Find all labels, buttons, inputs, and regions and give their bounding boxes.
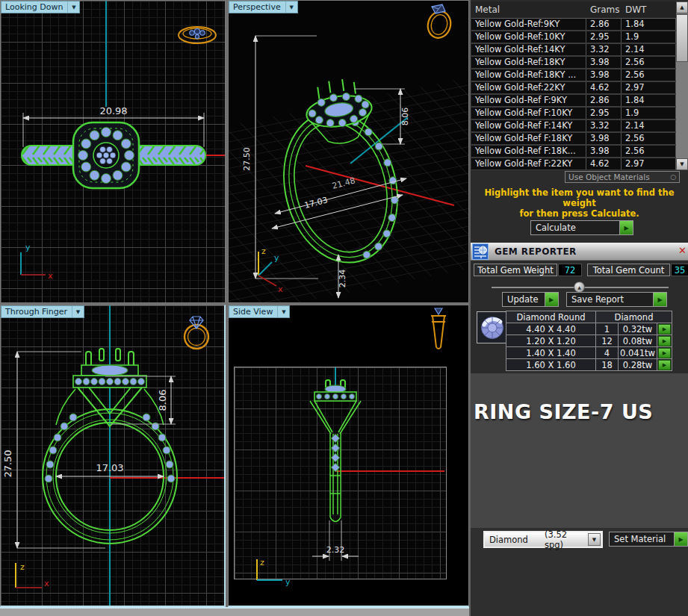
gem-row-arrow-button[interactable]: ▶ (658, 336, 671, 346)
metal-table: Metal Grams DWT Yellow Gold-Ref:9KY2.861… (471, 1, 688, 170)
viewport-tab-side-view[interactable]: Side View ▼ (229, 305, 290, 318)
table-row[interactable]: Yellow Gold-Ref:10KY2.951.9 (471, 31, 688, 44)
table-row[interactable]: Yellow Gold-Ref:9KY2.861.84 (471, 19, 688, 31)
use-object-materials-toggle[interactable]: Use Object Materials ○ (565, 171, 680, 183)
axis-y-label: y (25, 243, 31, 252)
scroll-up-button[interactable]: ▲ (676, 1, 688, 13)
gem-size: 4.40 X 4.40 (506, 323, 596, 335)
table-row[interactable]: Yellow Gold-Ref F:22KY4.622.97 (471, 158, 688, 170)
dimension-label: 2.32 (326, 545, 345, 555)
gem-row-arrow-button[interactable]: ▶ (658, 324, 671, 335)
viewport-title: Side View (233, 307, 273, 317)
ring-edge-icon (179, 27, 216, 43)
table-row[interactable]: Yellow Gold-Ref F:9KY2.861.84 (471, 95, 688, 108)
radio-icon[interactable]: ○ (670, 173, 676, 181)
chevron-down-icon[interactable]: ▼ (67, 1, 79, 13)
material-select[interactable]: Diamond (3.52 spg) ▼ (483, 531, 603, 548)
axis-z-label: z (20, 562, 25, 572)
panel-section-background (471, 373, 688, 528)
viewport-side-view[interactable]: 2.32 z y Side View ▼ (228, 305, 469, 607)
run-arrow-icon: ▶ (653, 293, 666, 306)
total-gem-count-value: 35 (671, 264, 688, 276)
gem-size: 1.20 X 1.20 (506, 335, 596, 347)
weight-calculator-panel: Metal Grams DWT Yellow Gold-Ref:9KY2.861… (469, 0, 688, 616)
viewport-tab-perspective[interactable]: Perspective ▼ (229, 1, 298, 13)
panel-slider-knob[interactable]: ▲ (574, 281, 585, 293)
axis-z-label: z (260, 558, 264, 567)
ring-profile (310, 380, 361, 522)
dimension-label: 20.98 (99, 105, 127, 116)
table-row[interactable]: Yellow Gold-Ref:22KY4.622.97 (471, 82, 688, 95)
chevron-down-icon[interactable]: ▼ (277, 306, 289, 317)
scrollbar[interactable]: ▲ ▼ (676, 1, 688, 170)
gem-reporter-titlebar[interactable]: GEM REPORTER ✕ (471, 243, 688, 261)
axis-x-label: x (278, 284, 283, 294)
gem-table: Diamond Round Diamond 4.40 X 4.40 1 0.32… (506, 311, 672, 371)
viewport-tab-through-finger[interactable]: Through Finger ▼ (1, 305, 84, 318)
gem-row-arrow-button[interactable]: ▶ (658, 348, 671, 358)
column-header: Metal (471, 1, 586, 18)
column-header: DWT (622, 1, 676, 18)
gem-weight: 0.28tw (618, 358, 657, 371)
gem-count: 1 (595, 323, 619, 335)
table-row[interactable]: Yellow Gold-Ref F:18K...3.982.56 (471, 146, 688, 158)
gem-weight: 0.32tw (618, 323, 657, 335)
ring-wireframe-side-view: 2.32 z y (229, 305, 469, 607)
dimension-label: 8.06 (400, 108, 410, 126)
table-row[interactable]: Yellow Gold-Ref F:18KY3.982.56 (471, 133, 688, 146)
chevron-down-icon[interactable]: ▼ (285, 1, 297, 13)
table-row[interactable]: Yellow Gold-Ref F:14KY3.322.14 (471, 120, 688, 133)
ring-perspective-icon (425, 4, 454, 40)
set-material-button[interactable]: Set Material ▶ (609, 532, 688, 547)
viewport-perspective[interactable]: 27.50 8.06 21.48 17.03 2.34 z y x (228, 0, 469, 303)
run-arrow-icon: ▶ (545, 293, 558, 306)
ring-wireframe-front-view: 27.50 8.06 17.03 z x (1, 305, 226, 607)
chevron-down-icon[interactable]: ▼ (588, 533, 601, 546)
gem-row-arrow-button[interactable]: ▶ (658, 360, 671, 370)
gem-count: 12 (595, 335, 619, 347)
axis-y-label: y (285, 577, 291, 587)
viewport-title: Through Finger (5, 307, 67, 317)
axis-x-label: x (44, 579, 49, 588)
table-row[interactable]: Yellow Gold-Ref:14KY3.322.14 (471, 44, 688, 57)
table-row[interactable]: Yellow Gold-Ref:18KY ...3.982.56 (471, 69, 688, 82)
gem-weight: 0.041tw (618, 346, 657, 359)
viewport-looking-down[interactable]: 20.98 y x Looking Down ▼ (0, 0, 226, 303)
run-arrow-icon: ▶ (619, 221, 633, 234)
update-button[interactable]: Update ▶ (502, 292, 559, 307)
ring-wireframe-perspective: 27.50 8.06 21.48 17.03 2.34 z y x (229, 1, 469, 303)
dimension-label: 27.50 (2, 449, 13, 477)
viewport-tab-looking-down[interactable]: Looking Down ▼ (1, 1, 80, 13)
gem-count: 4 (595, 346, 619, 359)
viewport-bottom-bar (0, 607, 469, 616)
total-gem-weight-value: 72 (558, 264, 582, 276)
gem-reporter-icon (472, 243, 489, 260)
panel-title: GEM REPORTER (495, 246, 577, 257)
chevron-down-icon[interactable]: ▼ (72, 306, 84, 317)
table-row[interactable]: Yellow Gold-Ref:18KY3.982.56 (471, 57, 688, 69)
dimension-label: 2.34 (338, 270, 347, 288)
close-icon[interactable]: ✕ (678, 245, 687, 256)
scroll-down-button[interactable]: ▼ (676, 158, 688, 170)
viewport-title: Looking Down (5, 2, 63, 12)
ring-wireframe-top-view: 20.98 y x (1, 1, 226, 303)
jewelry-cad-app: 20.98 y x Looking Down ▼ (0, 0, 688, 616)
table-row[interactable]: Yellow Gold-Ref F:10KY2.951.9 (471, 108, 688, 120)
viewport-title: Perspective (233, 2, 281, 12)
ring-size-label: RING SIZE-7 US (474, 400, 653, 423)
gem-count: 18 (595, 358, 619, 371)
gem-weight: 0.08tw (618, 335, 657, 347)
calculate-button[interactable]: Calculate ▶ (530, 220, 633, 235)
column-header: Grams (586, 1, 622, 18)
viewport-through-finger[interactable]: 27.50 8.06 17.03 z x Through Finger ▼ (0, 305, 226, 607)
gem-size: 1.60 X 1.60 (506, 358, 596, 371)
gem-size: 1.40 X 1.40 (506, 346, 596, 359)
ring-front-icon (185, 317, 208, 349)
metal-table-header: Metal Grams DWT (471, 1, 688, 19)
scrollbar-thumb[interactable] (676, 14, 688, 62)
gem-thumbnail (477, 311, 508, 343)
axis-y-label: y (274, 253, 279, 263)
axis-z-label: z (261, 246, 266, 256)
instruction-text: Highlight the item you want to find the … (471, 187, 688, 219)
save-report-button[interactable]: Save Report ▶ (566, 292, 667, 307)
